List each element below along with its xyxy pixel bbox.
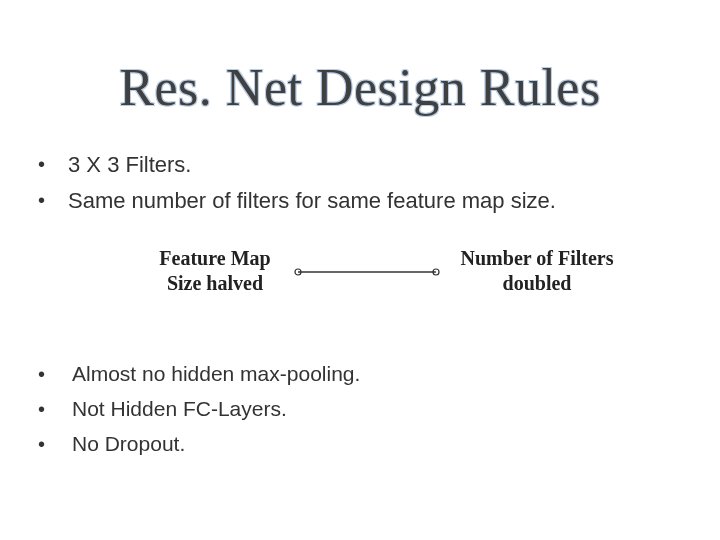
diagram-right-line1: Number of Filters <box>442 246 632 271</box>
diagram-left-label: Feature Map Size halved <box>140 246 290 296</box>
bullet-icon: • <box>38 395 72 424</box>
bullet-text: 3 X 3 Filters. <box>68 150 191 180</box>
bullet-list-top: • 3 X 3 Filters. • Same number of filter… <box>38 150 680 221</box>
bullet-list-bottom: • Almost no hidden max-pooling. • Not Hi… <box>38 360 680 465</box>
list-item: • Almost no hidden max-pooling. <box>38 360 680 389</box>
list-item: • 3 X 3 Filters. <box>38 150 680 180</box>
bullet-text: Same number of filters for same feature … <box>68 186 556 216</box>
bullet-icon: • <box>38 430 72 459</box>
diagram: Feature Map Size halved Number of Filter… <box>0 238 720 318</box>
bullet-icon: • <box>38 150 68 179</box>
diagram-left-line1: Feature Map <box>140 246 290 271</box>
list-item: • Not Hidden FC-Layers. <box>38 395 680 424</box>
diagram-right-label: Number of Filters doubled <box>442 246 632 296</box>
arrow-icon <box>292 260 442 284</box>
bullet-icon: • <box>38 360 72 389</box>
slide-title: Res. Net Design Rules <box>0 58 720 117</box>
bullet-text: No Dropout. <box>72 430 185 458</box>
bullet-icon: • <box>38 186 68 215</box>
slide: Res. Net Design Rules • 3 X 3 Filters. •… <box>0 0 720 540</box>
bullet-text: Not Hidden FC-Layers. <box>72 395 287 423</box>
diagram-right-line2: doubled <box>442 271 632 296</box>
bullet-text: Almost no hidden max-pooling. <box>72 360 360 388</box>
diagram-left-line2: Size halved <box>140 271 290 296</box>
list-item: • No Dropout. <box>38 430 680 459</box>
list-item: • Same number of filters for same featur… <box>38 186 680 216</box>
